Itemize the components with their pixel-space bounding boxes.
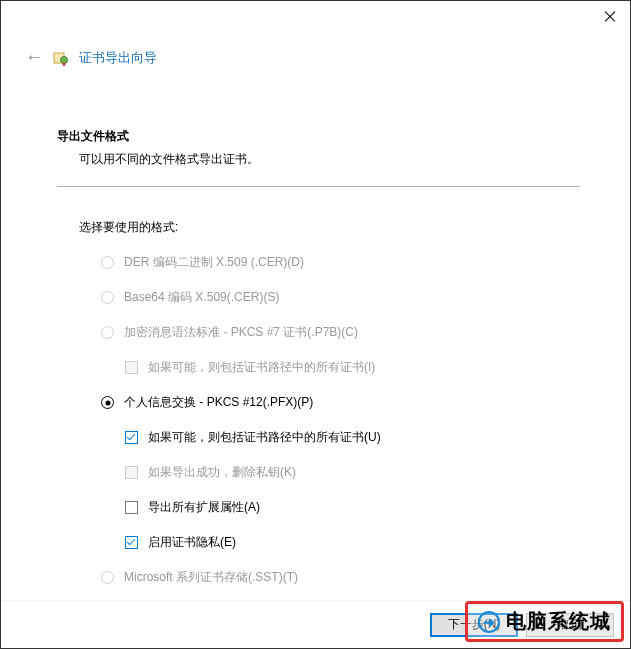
radio-microsoft-label: Microsoft 系列证书存储(.SST)(T) [124,569,298,586]
next-button[interactable]: 下一步(N) [430,613,518,637]
radio-base64-label: Base64 编码 X.509(.CER)(S) [124,289,279,306]
check-pkcs12-delete: 如果导出成功，删除私钥(K) [101,464,580,481]
check-pkcs7-include-input [125,361,138,374]
radio-der-label: DER 编码二进制 X.509 (.CER)(D) [124,254,304,271]
radio-pkcs12-label: 个人信息交换 - PKCS #12(.PFX)(P) [124,394,313,411]
check-pkcs12-include-input[interactable] [125,431,138,444]
back-arrow-icon: ← [25,47,43,68]
certificate-wizard-icon [53,50,69,66]
check-pkcs12-privacy-input[interactable] [125,536,138,549]
check-pkcs12-delete-label: 如果导出成功，删除私钥(K) [148,464,296,481]
cancel-button[interactable]: 取消 [526,613,614,637]
radio-der: DER 编码二进制 X.509 (.CER)(D) [101,254,580,271]
check-pkcs12-include-label: 如果可能，则包括证书路径中的所有证书(U) [148,429,381,446]
check-pkcs7-include-label: 如果可能，则包括证书路径中的所有证书(I) [148,359,375,376]
format-options: DER 编码二进制 X.509 (.CER)(D) Base64 编码 X.50… [57,254,580,586]
check-pkcs12-privacy[interactable]: 启用证书隐私(E) [101,534,580,551]
section-description: 可以用不同的文件格式导出证书。 [57,151,580,168]
check-pkcs12-include[interactable]: 如果可能，则包括证书路径中的所有证书(U) [101,429,580,446]
check-pkcs12-ext-label: 导出所有扩展属性(A) [148,499,260,516]
svg-point-1 [61,56,68,63]
page-title: 证书导出向导 [79,49,157,67]
check-pkcs7-include: 如果可能，则包括证书路径中的所有证书(I) [101,359,580,376]
radio-der-input [101,256,114,269]
titlebar [1,1,630,37]
radio-pkcs7-input [101,326,114,339]
check-pkcs12-delete-input [125,466,138,479]
radio-microsoft-input [101,571,114,584]
radio-pkcs7-label: 加密消息语法标准 - PKCS #7 证书(.P7B)(C) [124,324,358,341]
wizard-content: 导出文件格式 可以用不同的文件格式导出证书。 选择要使用的格式: DER 编码二… [1,78,630,586]
radio-base64: Base64 编码 X.509(.CER)(S) [101,289,580,306]
check-pkcs12-ext-input[interactable] [125,501,138,514]
radio-microsoft: Microsoft 系列证书存储(.SST)(T) [101,569,580,586]
radio-pkcs12-input[interactable] [101,396,114,409]
check-pkcs12-privacy-label: 启用证书隐私(E) [148,534,236,551]
divider [57,186,580,187]
section-title: 导出文件格式 [57,128,580,145]
radio-base64-input [101,291,114,304]
wizard-footer: 下一步(N) 取消 [1,600,630,648]
format-prompt: 选择要使用的格式: [57,219,580,236]
radio-pkcs7: 加密消息语法标准 - PKCS #7 证书(.P7B)(C) [101,324,580,341]
wizard-header: ← 证书导出向导 [1,37,630,78]
close-icon[interactable] [602,9,618,25]
check-pkcs12-ext[interactable]: 导出所有扩展属性(A) [101,499,580,516]
radio-pkcs12[interactable]: 个人信息交换 - PKCS #12(.PFX)(P) [101,394,580,411]
